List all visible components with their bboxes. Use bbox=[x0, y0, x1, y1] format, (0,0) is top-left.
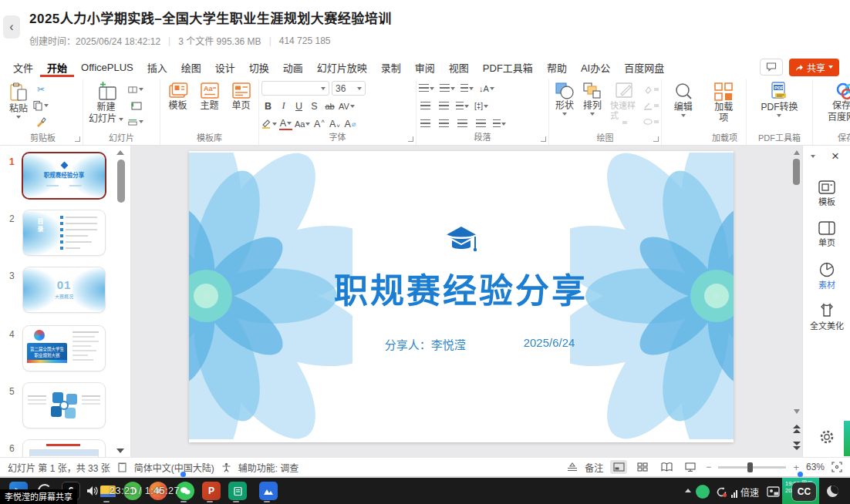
shape-effects-button[interactable] bbox=[643, 115, 659, 129]
text-direction-button[interactable] bbox=[493, 117, 506, 131]
scrollbar-thumb[interactable] bbox=[793, 159, 800, 185]
zoom-percentage[interactable]: 63% bbox=[806, 462, 825, 472]
thumbnail-scroll-down[interactable] bbox=[116, 449, 124, 453]
underline-button[interactable]: U bbox=[292, 99, 305, 113]
slide-date[interactable]: 2025/6/24 bbox=[524, 336, 575, 349]
slide-layout-button[interactable] bbox=[128, 82, 143, 96]
powerpoint-app-icon[interactable]: P bbox=[202, 482, 221, 500]
menu-home[interactable]: 开始 bbox=[40, 57, 74, 77]
font-family-select[interactable] bbox=[261, 81, 329, 96]
align-left-button[interactable] bbox=[419, 117, 432, 131]
slide-thumbnail[interactable] bbox=[23, 440, 105, 457]
next-slide-button[interactable] bbox=[793, 441, 801, 451]
scroll-down-arrow[interactable] bbox=[794, 409, 800, 414]
caj-app-icon[interactable] bbox=[228, 482, 247, 500]
gear-icon[interactable] bbox=[819, 429, 835, 445]
subtitles-cc-button[interactable]: CC bbox=[792, 482, 816, 501]
change-case-button[interactable]: Aa bbox=[295, 117, 310, 131]
thumbnail-scroll-up[interactable] bbox=[116, 150, 124, 155]
clipboard-dialog-launcher[interactable] bbox=[75, 136, 80, 142]
menu-baidu-netdisk[interactable]: 百度网盘 bbox=[617, 57, 671, 77]
slideshow-view-button[interactable] bbox=[682, 460, 699, 474]
sync-tray-icon[interactable] bbox=[714, 485, 728, 499]
panel-item-assets[interactable]: 素材 bbox=[803, 261, 850, 290]
align-center-button[interactable] bbox=[437, 117, 450, 131]
strikethrough-button[interactable]: ab bbox=[323, 99, 336, 113]
clear-format-button[interactable]: A⌀ bbox=[343, 117, 356, 131]
slide-thumbnail[interactable]: 第二届全国大学生 职业规划大赛 bbox=[23, 326, 105, 371]
menu-pdf-toolbox[interactable]: PDF工具箱 bbox=[476, 57, 540, 77]
bullets-button[interactable] bbox=[419, 82, 434, 96]
previous-slide-button[interactable] bbox=[793, 424, 801, 434]
slide-thumbnail[interactable] bbox=[23, 383, 105, 428]
menu-review[interactable]: 审阅 bbox=[408, 57, 442, 77]
paste-button[interactable]: 粘贴 bbox=[5, 80, 32, 120]
thumbnail-scrollbar[interactable] bbox=[117, 160, 125, 203]
reading-view-button[interactable] bbox=[658, 460, 675, 474]
reset-slide-button[interactable] bbox=[128, 99, 143, 113]
taskbar-overflow-chevron[interactable] bbox=[685, 489, 691, 492]
slide-thumbnail[interactable]: 目录 bbox=[23, 210, 105, 255]
font-size-select[interactable]: 36 bbox=[332, 81, 366, 96]
video-seekbar-dot[interactable] bbox=[798, 472, 803, 477]
grow-font-button[interactable]: A˄ bbox=[312, 117, 325, 131]
line-spacing-button[interactable] bbox=[460, 82, 474, 96]
bold-button[interactable]: B bbox=[261, 99, 275, 113]
numbering-button[interactable] bbox=[440, 82, 455, 96]
zoom-in-button[interactable]: + bbox=[793, 462, 799, 473]
normal-view-button[interactable] bbox=[610, 460, 627, 474]
zoom-slider-thumb[interactable] bbox=[747, 462, 753, 472]
spellcheck-icon[interactable] bbox=[117, 462, 127, 472]
fit-to-window-icon[interactable] bbox=[831, 462, 842, 472]
share-button[interactable]: 共享 bbox=[789, 59, 839, 76]
language-indicator[interactable]: 简体中文(中国大陆) bbox=[134, 461, 214, 474]
shape-outline-button[interactable] bbox=[643, 99, 659, 113]
shrink-font-button[interactable]: A˅ bbox=[328, 117, 341, 131]
volume-icon[interactable] bbox=[85, 482, 99, 500]
menu-officeplus[interactable]: OfficePLUS bbox=[74, 57, 140, 77]
shape-fill-button[interactable] bbox=[643, 82, 659, 96]
character-spacing-button[interactable]: AV bbox=[339, 99, 355, 113]
theme-button[interactable]: Aa 主题 bbox=[197, 80, 223, 113]
increase-indent-button[interactable] bbox=[437, 99, 450, 113]
playback-speed-button[interactable]: 倍速 bbox=[731, 486, 759, 499]
accessibility-status[interactable]: 辅助功能: 调查 bbox=[238, 461, 299, 474]
slide-title[interactable]: 职规赛经验分享 bbox=[189, 264, 734, 313]
italic-button[interactable]: I bbox=[277, 99, 290, 113]
mountain-app-icon[interactable] bbox=[259, 482, 278, 500]
shapes-button[interactable]: 形状 bbox=[551, 80, 578, 117]
quick-styles-button[interactable]: 快速样式 bbox=[607, 80, 642, 126]
menu-view[interactable]: 视图 bbox=[442, 57, 476, 77]
font-color-button[interactable]: A bbox=[279, 118, 292, 130]
pdf-convert-button[interactable]: PDF PDF转换 bbox=[757, 80, 801, 119]
panel-item-beautify[interactable]: 全文美化 bbox=[803, 302, 850, 331]
menu-transitions[interactable]: 切换 bbox=[242, 57, 276, 77]
slide-editor[interactable]: 职规赛经验分享 分享人：李悦滢 2025/6/24 bbox=[189, 151, 734, 442]
align-right-button[interactable] bbox=[456, 117, 469, 131]
close-icon[interactable]: × bbox=[831, 149, 839, 164]
menu-record[interactable]: 录制 bbox=[374, 57, 408, 77]
slide-sorter-view-button[interactable] bbox=[634, 460, 651, 474]
panel-item-template[interactable]: 模板 bbox=[803, 180, 850, 207]
menu-file[interactable]: 文件 bbox=[6, 57, 40, 77]
menu-slideshow[interactable]: 幻灯片放映 bbox=[310, 57, 374, 77]
font-dialog-launcher[interactable] bbox=[408, 136, 413, 142]
menu-design[interactable]: 设计 bbox=[208, 57, 242, 77]
zoom-slider[interactable] bbox=[718, 466, 786, 469]
paragraph-spacing-button[interactable] bbox=[456, 99, 469, 113]
addins-button[interactable]: 加载项 bbox=[710, 80, 737, 126]
slide-presenter[interactable]: 分享人：李悦滢 bbox=[385, 336, 466, 352]
notes-button[interactable]: 备注 bbox=[585, 461, 603, 474]
pip-icon[interactable] bbox=[765, 485, 781, 499]
slide-canvas[interactable]: 职规赛经验分享 分享人：李悦滢 2025/6/24 bbox=[131, 146, 791, 457]
copy-button[interactable] bbox=[33, 99, 49, 113]
comments-button[interactable] bbox=[760, 59, 783, 76]
slide-thumbnail[interactable]: 01 大赛概况 bbox=[23, 267, 105, 312]
cut-button[interactable]: ✂ bbox=[33, 82, 49, 96]
section-button[interactable] bbox=[128, 115, 143, 129]
zoom-out-button[interactable]: − bbox=[706, 462, 711, 472]
justify-button[interactable] bbox=[474, 117, 487, 131]
panel-collapse-chevron[interactable] bbox=[811, 155, 815, 158]
new-slide-button[interactable]: 新建 幻灯片 bbox=[86, 80, 126, 126]
menu-insert[interactable]: 插入 bbox=[140, 57, 174, 77]
